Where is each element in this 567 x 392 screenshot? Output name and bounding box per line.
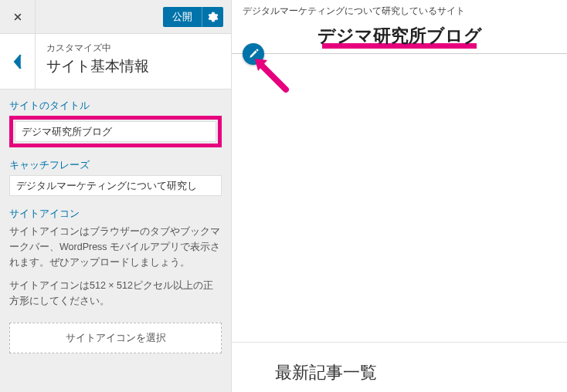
customizer-sidebar: 公開 カスタマイズ中 サイト基本情報 サイトのタイトル キャッチフレーズ サイト…	[0, 0, 232, 392]
section-title: サイト基本情報	[46, 56, 220, 76]
form-area: サイトのタイトル キャッチフレーズ サイトアイコン サイトアイコンはブラウザーの…	[0, 90, 231, 392]
site-title-highlight	[9, 116, 222, 147]
topbar: 公開	[0, 0, 231, 34]
site-title-label: サイトのタイトル	[9, 99, 222, 113]
back-button[interactable]	[0, 34, 36, 89]
site-icon-heading: サイトアイコン	[9, 207, 222, 221]
tagline-label: キャッチフレーズ	[9, 158, 222, 172]
close-icon	[12, 11, 24, 23]
chevron-left-icon	[12, 54, 23, 69]
preview-body: 最新記事一覧	[232, 54, 567, 392]
publish-button[interactable]: 公開	[163, 7, 202, 27]
tagline-field: キャッチフレーズ	[9, 158, 222, 196]
site-icon-description-1: サイトアイコンはブラウザーのタブやブックマークバー、WordPress モバイル…	[9, 224, 222, 270]
gear-icon	[208, 12, 219, 22]
preview-site-title[interactable]: デジマ研究所ブログ	[317, 24, 482, 48]
preview-tagline: デジタルマーケティングについて研究しているサイト	[232, 0, 567, 21]
site-icon-section: サイトアイコン サイトアイコンはブラウザーのタブやブックマークバー、WordPr…	[9, 207, 222, 353]
site-title-input[interactable]	[15, 121, 216, 142]
preview-site-title-wrap: デジマ研究所ブログ	[232, 21, 567, 49]
latest-articles-heading: 最新記事一覧	[275, 361, 567, 384]
close-button[interactable]	[0, 0, 36, 34]
site-icon-description-2: サイトアイコンは512 × 512ピクセル以上の正方形にしてください。	[9, 278, 222, 309]
section-header: カスタマイズ中 サイト基本情報	[0, 34, 231, 90]
preview-pane: デジタルマーケティングについて研究しているサイト デジマ研究所ブログ 最新記事一…	[232, 0, 567, 392]
publish-controls: 公開	[163, 7, 231, 27]
preview-header: デジタルマーケティングについて研究しているサイト デジマ研究所ブログ	[232, 0, 567, 54]
latest-articles-section: 最新記事一覧	[232, 342, 567, 392]
tagline-input[interactable]	[9, 175, 222, 196]
section-title-wrap: カスタマイズ中 サイト基本情報	[36, 34, 231, 89]
select-site-icon-button[interactable]: サイトアイコンを選択	[9, 323, 222, 353]
breadcrumb: カスタマイズ中	[46, 42, 220, 55]
publish-settings-button[interactable]	[202, 7, 223, 27]
